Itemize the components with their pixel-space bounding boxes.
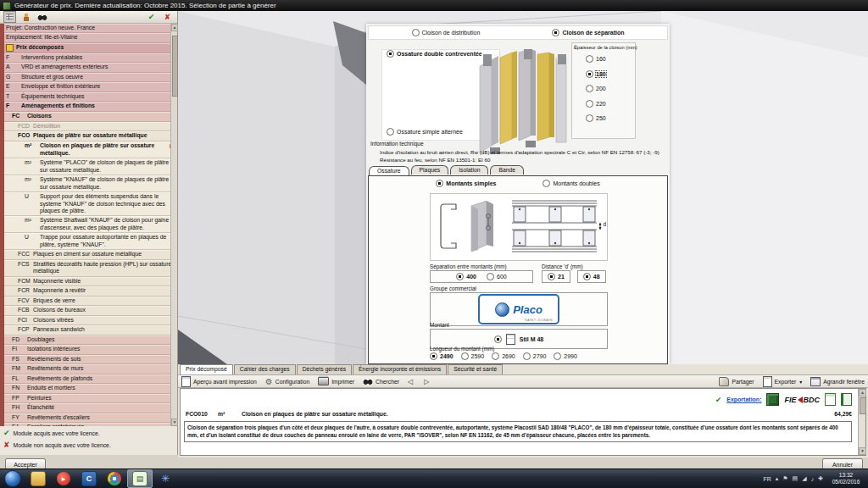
tree-item[interactable]: FCC Plaques en ciment sur ossature métal…	[4, 250, 175, 259]
tree-item[interactable]: U Trappe pour ossature autoportante en p…	[4, 233, 175, 250]
toolbar-button[interactable]	[424, 378, 431, 385]
stud-type-radio[interactable]: Montants simples	[436, 180, 496, 187]
stud-length-radio[interactable]: 2590	[461, 352, 485, 360]
datasheet-icon[interactable]	[506, 334, 515, 345]
title-bar[interactable]: Générateur de prix. Dernière actualisati…	[0, 0, 868, 11]
tree-item[interactable]: FL Revêtements de plafonds	[4, 374, 175, 384]
tree-item[interactable]: FS Revêtements de sols	[4, 355, 175, 364]
scroll-down-arrow[interactable]: ▼	[171, 419, 178, 426]
display-icon[interactable]: ▤	[793, 475, 798, 482]
export-excel-icon[interactable]	[841, 393, 852, 406]
frame-type-radio[interactable]: Ossature simple alternée	[387, 128, 463, 136]
distance-d-radio[interactable]: 21	[542, 270, 570, 283]
partition-type-radio[interactable]: Cloison de distribution	[412, 29, 481, 36]
exportation-link[interactable]: Exportation:	[726, 396, 761, 402]
sidebar-status-button[interactable]	[145, 11, 158, 23]
results-tab[interactable]: Sécurité et santé	[448, 364, 503, 374]
distance-d-radio[interactable]: 48	[577, 270, 606, 283]
tree-item[interactable]: FY Revêtements d'escaliers	[4, 413, 175, 423]
toolbar-button[interactable]: Agrandir fenêtre	[810, 377, 865, 386]
taskbar-app-button[interactable]	[102, 469, 127, 488]
language-indicator[interactable]: FR	[763, 476, 771, 482]
network-icon[interactable]: ◢	[802, 475, 806, 482]
tree-item[interactable]: FC Cloisons	[4, 112, 175, 122]
export-sheet-icon[interactable]	[766, 393, 779, 406]
toolbar-button[interactable]: Aperçu avant impression	[181, 376, 257, 387]
toolbar-button[interactable]	[408, 378, 415, 385]
fiebdc-logo[interactable]: FIE BDC	[784, 396, 820, 404]
stud-length-radio[interactable]: 2690	[492, 352, 515, 360]
tree-item[interactable]: FP Peintures	[4, 394, 175, 403]
sidebar-scrollbar[interactable]: ▲ ▼	[170, 24, 177, 426]
tree-item[interactable]: FCO Plaques de plâtre sur ossature métal…	[4, 131, 175, 141]
tree-item[interactable]: FH Étanchéité	[4, 403, 175, 413]
scroll-thumb[interactable]	[860, 397, 866, 414]
tree-item[interactable]: FCD Démolition	[4, 122, 175, 131]
thickness-radio[interactable]: 250	[586, 114, 635, 122]
tree-item[interactable]: FCR Maçonnerie à revêtir	[4, 286, 175, 296]
volume-icon[interactable]: ♪	[811, 476, 815, 482]
tree-item[interactable]: A VRD et aménagements extérieurs	[4, 63, 175, 72]
toolbar-button[interactable]: Partager	[719, 377, 754, 386]
tree-item[interactable]: FCB Cloisons de bureaux	[4, 306, 175, 315]
thickness-radio[interactable]: 220	[586, 100, 635, 108]
taskbar-app-button[interactable]	[153, 469, 178, 488]
price-result-row[interactable]: FCO010 m² Cloison en plaques de plâtre s…	[186, 411, 852, 417]
sidebar-tool-button[interactable]	[3, 11, 16, 23]
results-tab[interactable]: Prix décomposé	[180, 364, 233, 374]
tree-item[interactable]: G Structure et gros oeuvre	[4, 73, 175, 82]
tree-item[interactable]: FM Revêtements de murs	[4, 364, 175, 374]
results-tab[interactable]: Énergie incorporée et émissions	[353, 364, 447, 374]
scroll-thumb[interactable]	[172, 36, 178, 97]
tree-item[interactable]: FCM Maçonnerie visible	[4, 277, 175, 286]
thickness-radio[interactable]: 200	[586, 85, 635, 92]
sidebar-status-button[interactable]	[161, 11, 174, 23]
tree-item[interactable]: F Interventions préalables	[4, 53, 175, 63]
tree-item[interactable]: FCV Briques de verre	[4, 297, 175, 306]
tree-item[interactable]: FCS Stratifiés décoratifs haute pression…	[4, 260, 175, 277]
center-icon[interactable]: ✚	[818, 475, 823, 482]
tree-item[interactable]: FD Doublages	[4, 336, 175, 345]
scroll-up-arrow[interactable]: ▲	[171, 24, 178, 31]
dialog-tab[interactable]: Plaques	[411, 165, 449, 175]
stud-model-radio[interactable]	[494, 336, 502, 343]
toolbar-button[interactable]: Exporter	[763, 376, 803, 387]
dialog-tab[interactable]: Isolation	[450, 165, 488, 175]
tree-item[interactable]: T Équipements techniques	[4, 92, 175, 102]
partition-type-radio[interactable]: Cloison de séparation	[552, 29, 624, 36]
thickness-radio[interactable]: 180	[586, 70, 635, 78]
results-tab[interactable]: Cahier des charges	[234, 364, 296, 374]
frame-type-radio[interactable]: Ossature double contreventée	[387, 50, 482, 58]
tree-item[interactable]: FI Isolations intérieures	[4, 345, 175, 354]
taskbar-app-button[interactable]	[0, 469, 25, 488]
tree-item[interactable]: m² Système "PLACO" de cloison de plaques…	[4, 158, 175, 175]
scroll-down-arrow[interactable]: ▼	[859, 447, 866, 455]
tree-item[interactable]: m² Système "KNAUF" de cloison de plaques…	[4, 175, 175, 192]
tree-item[interactable]: FCI Cloisons vitrées	[4, 316, 175, 325]
toolbar-button[interactable]: Configuration	[265, 377, 309, 386]
taskbar-clock[interactable]: 13:32 05/02/2016	[827, 472, 865, 486]
scroll-up-arrow[interactable]: ▲	[859, 389, 866, 396]
taskbar-app-button[interactable]	[76, 469, 102, 488]
tree-item[interactable]: FCP Panneaux sandwich	[4, 325, 175, 335]
up-icon[interactable]: ▴	[776, 475, 779, 482]
sidebar-tool-button[interactable]	[19, 11, 32, 23]
stud-spacing-radio[interactable]: 400	[456, 273, 476, 280]
thickness-radio[interactable]: 160	[586, 55, 635, 63]
tree-item[interactable]: U Support pour des éléments suspendus da…	[4, 192, 175, 216]
tree-item[interactable]: m² Cloison en plaques de plâtre sur ossa…	[4, 141, 175, 158]
tree-item[interactable]: m² Système Shaftwall "KNAUF" de cloison …	[4, 216, 175, 233]
tree-item[interactable]: FN Enduits et mortiers	[4, 384, 175, 393]
dialog-tab[interactable]: Bande	[490, 165, 524, 175]
taskbar-app-button[interactable]	[51, 469, 76, 488]
toolbar-button[interactable]: Imprimer	[318, 377, 354, 385]
tree-item[interactable]: E Enveloppe et finition extérieure	[4, 82, 175, 92]
tree-root[interactable]: Prix décomposés	[4, 43, 175, 53]
flag-icon[interactable]: ⚑	[782, 475, 787, 482]
results-tab[interactable]: Déchets générés	[297, 364, 352, 374]
detail-scrollbar[interactable]: ▲ ▼	[858, 389, 865, 455]
stud-spacing-radio[interactable]: 600	[487, 273, 507, 280]
toolbar-button[interactable]: Chercher	[363, 378, 399, 385]
dialog-tab[interactable]: Ossature	[369, 166, 409, 175]
stud-length-radio[interactable]: 2490	[430, 352, 453, 360]
